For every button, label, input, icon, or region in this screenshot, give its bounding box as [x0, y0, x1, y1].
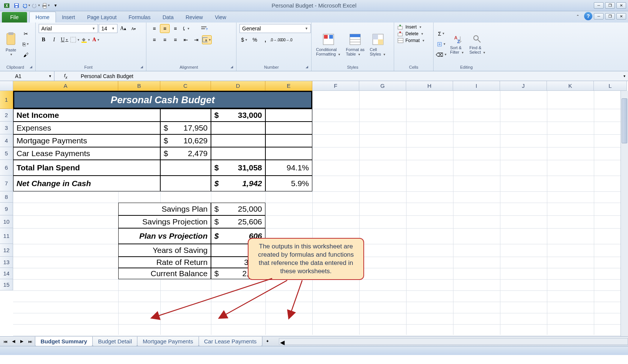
cell-BC12[interactable]: Years of Saving — [118, 244, 211, 257]
percent-format-button[interactable]: % — [250, 35, 260, 44]
doc-minimize-button[interactable]: ─ — [594, 13, 604, 20]
cell-D7[interactable]: $1,942 — [211, 176, 265, 191]
tab-nav-first-icon[interactable]: ⏮ — [2, 338, 9, 345]
save-icon[interactable] — [12, 2, 21, 10]
vertical-scrollbar[interactable] — [620, 91, 628, 336]
cell-title[interactable]: Personal Cash Budget — [13, 91, 312, 109]
format-painter-icon[interactable]: 🖌 — [21, 50, 31, 59]
align-center-icon[interactable]: ≡ — [160, 35, 170, 44]
cell-D5[interactable] — [211, 147, 265, 160]
insert-cells-button[interactable]: Insert ▼ — [397, 24, 430, 30]
decrease-decimal-icon[interactable]: .00→.0 — [282, 35, 291, 44]
row-header-12[interactable]: 12 — [0, 244, 13, 257]
cell-E6[interactable]: 94.1% — [265, 160, 312, 176]
sheet-tab-budget-summary[interactable]: Budget Summary — [35, 337, 93, 346]
grow-font-icon[interactable]: A▴ — [118, 24, 128, 33]
horizontal-scrollbar[interactable]: ◀ — [279, 338, 628, 345]
column-header-B[interactable]: B — [118, 81, 160, 91]
cell-D3[interactable] — [211, 122, 265, 134]
cell-C6[interactable] — [160, 160, 211, 176]
print-icon[interactable]: ▼ — [41, 2, 50, 10]
cell-D2[interactable]: $33,000 — [211, 109, 265, 122]
cell-BC14[interactable]: Current Balance — [118, 268, 211, 279]
cell-styles-button[interactable]: CellStyles ▼ — [368, 31, 387, 58]
tab-view[interactable]: View — [209, 12, 232, 23]
row-header-15[interactable]: 15 — [0, 279, 13, 290]
new-sheet-icon[interactable]: ✦ — [264, 338, 271, 345]
doc-close-button[interactable]: ✕ — [616, 13, 626, 20]
column-header-E[interactable]: E — [265, 81, 312, 91]
tab-nav-last-icon[interactable]: ⏭ — [26, 338, 34, 345]
minimize-button[interactable]: ─ — [594, 2, 604, 9]
font-name-combo[interactable]: Arial▼ — [39, 24, 98, 33]
row-header-2[interactable]: 2 — [0, 109, 13, 122]
row-header-1[interactable]: 1 — [0, 91, 13, 109]
number-format-combo[interactable]: General▼ — [239, 24, 311, 33]
cell-E3[interactable] — [265, 122, 312, 134]
underline-button[interactable]: U▼ — [60, 35, 69, 44]
cell-A5[interactable]: Car Lease Payments — [13, 147, 160, 160]
sheet-tab-mortgage-payments[interactable]: Mortgage Payments — [137, 337, 199, 346]
column-header-H[interactable]: H — [406, 81, 453, 91]
column-header-A[interactable]: A — [13, 81, 118, 91]
cell-C3[interactable]: $17,950 — [160, 122, 211, 134]
format-cells-button[interactable]: Format ▼ — [397, 38, 430, 44]
column-header-C[interactable]: C — [160, 81, 211, 91]
name-box[interactable]: A1▼ — [0, 71, 54, 81]
row-header-3[interactable]: 3 — [0, 122, 13, 134]
cut-icon[interactable]: ✂ — [21, 29, 31, 38]
column-header-I[interactable]: I — [453, 81, 500, 91]
column-header-K[interactable]: K — [547, 81, 594, 91]
restore-button[interactable]: ❐ — [605, 2, 615, 9]
cell-A4[interactable]: Mortgage Payments — [13, 134, 160, 147]
font-dialog-launcher[interactable]: ◢ — [140, 65, 143, 69]
clipboard-dialog-launcher[interactable]: ◢ — [30, 65, 32, 69]
insert-function-icon[interactable]: fx — [64, 73, 67, 80]
cell-D6[interactable]: $31,058 — [211, 160, 265, 176]
row-header-10[interactable]: 10 — [0, 215, 13, 228]
column-header-G[interactable]: G — [359, 81, 406, 91]
number-dialog-launcher[interactable]: ◢ — [306, 65, 308, 69]
increase-indent-icon[interactable]: ⇥ — [191, 35, 201, 44]
align-left-icon[interactable]: ≡ — [149, 35, 159, 44]
sort-filter-button[interactable]: AZ Sort &Filter ▼ — [449, 33, 465, 56]
borders-button[interactable]: ▼ — [70, 35, 80, 44]
row-header-14[interactable]: 14 — [0, 268, 13, 279]
tab-home[interactable]: Home — [29, 12, 56, 23]
cell-BC11[interactable]: Plan vs Projection — [118, 228, 211, 244]
align-right-icon[interactable]: ≡ — [170, 35, 180, 44]
expand-formula-bar-icon[interactable]: ▾ — [620, 74, 628, 78]
find-select-button[interactable]: Find &Select ▼ — [468, 33, 487, 56]
qat-customize-icon[interactable]: ▼ — [51, 2, 60, 10]
shrink-font-icon[interactable]: A▾ — [129, 24, 139, 33]
row-header-8[interactable]: 8 — [0, 191, 13, 203]
tab-nav-next-icon[interactable]: ▶ — [18, 338, 26, 345]
alignment-dialog-launcher[interactable]: ◢ — [230, 65, 233, 69]
align-bottom-icon[interactable]: ≡ — [170, 24, 180, 33]
cell-BC9[interactable]: Savings Plan — [118, 203, 211, 215]
row-header-11[interactable]: 11 — [0, 228, 13, 244]
row-header-4[interactable]: 4 — [0, 134, 13, 147]
format-as-table-button[interactable]: Format asTable ▼ — [345, 31, 366, 58]
fill-button[interactable]: ▼ — [437, 40, 446, 49]
cell-A6[interactable]: Total Plan Spend — [13, 160, 160, 176]
cell-BC10[interactable]: Savings Projection — [118, 215, 211, 228]
redo-icon[interactable]: ▼ — [32, 2, 41, 10]
tab-nav-prev-icon[interactable]: ◀ — [10, 338, 17, 345]
sheet-tab-car-lease-payments[interactable]: Car Lease Payments — [199, 337, 262, 346]
delete-cells-button[interactable]: Delete ▼ — [397, 31, 430, 37]
tab-page-layout[interactable]: Page Layout — [81, 12, 123, 23]
decrease-indent-icon[interactable]: ⇤ — [181, 35, 191, 44]
cell-E4[interactable] — [265, 134, 312, 147]
align-middle-icon[interactable]: ≡ — [160, 24, 170, 33]
cell-C7[interactable] — [160, 176, 211, 191]
font-color-button[interactable]: A▼ — [91, 35, 101, 44]
cell-A2[interactable]: Net Income — [13, 109, 160, 122]
merge-center-button[interactable]: a▼ — [202, 35, 212, 44]
cell-BC13[interactable]: Rate of Return — [118, 257, 211, 268]
column-header-J[interactable]: J — [500, 81, 547, 91]
cell-E7[interactable]: 5.9% — [265, 176, 312, 191]
align-top-icon[interactable]: ≡ — [149, 24, 159, 33]
cell-C2[interactable] — [160, 109, 211, 122]
cell-grid[interactable]: Personal Cash BudgetNet Income$33,000Exp… — [13, 91, 621, 335]
